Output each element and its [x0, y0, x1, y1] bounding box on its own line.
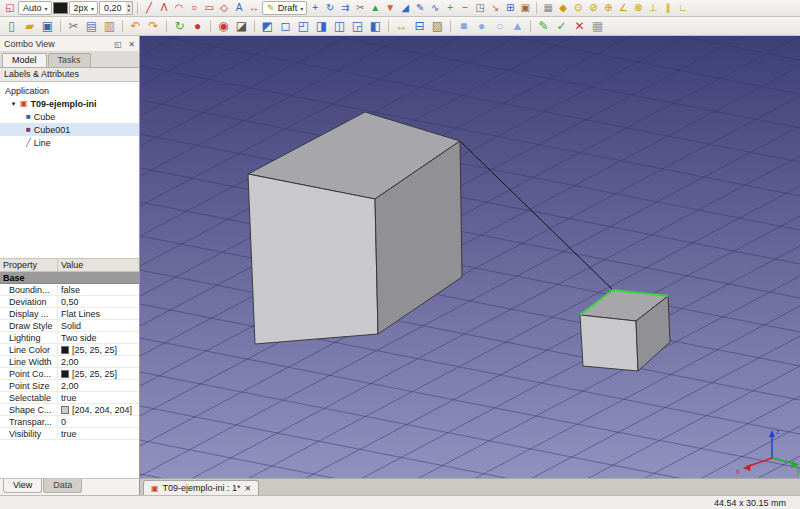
- property-row[interactable]: LightingTwo side: [0, 332, 139, 344]
- bottom-view-icon[interactable]: ◲: [349, 18, 366, 35]
- draft-trimex-icon[interactable]: ✂: [353, 1, 367, 15]
- draft-circle-icon[interactable]: ○: [187, 1, 201, 15]
- construction-mode-icon[interactable]: ◱: [3, 1, 17, 15]
- draft-move-icon[interactable]: +: [308, 1, 322, 15]
- copy-icon[interactable]: ▤: [83, 18, 100, 35]
- panel-close-button[interactable]: ✕: [128, 40, 135, 49]
- viewport-background[interactable]: [140, 36, 800, 478]
- 3d-viewport[interactable]: x y z: [140, 36, 800, 478]
- stop-icon[interactable]: ●: [189, 18, 206, 35]
- part-sphere-icon[interactable]: ○: [491, 18, 508, 35]
- draw-style-icon[interactable]: ◪: [233, 18, 250, 35]
- draft-wire-to-bspline-icon[interactable]: ∿: [428, 1, 442, 15]
- right-view-icon[interactable]: ◨: [313, 18, 330, 35]
- tab-data[interactable]: Data: [43, 479, 82, 493]
- property-row[interactable]: Visibilitytrue: [0, 428, 139, 440]
- axonometric-view-icon[interactable]: ◩: [259, 18, 276, 35]
- tab-model[interactable]: Model: [2, 53, 47, 67]
- draft-offset-icon[interactable]: ⇉: [338, 1, 352, 15]
- sketch-new-icon[interactable]: ✎: [535, 18, 552, 35]
- draft-clone-icon[interactable]: ▣: [518, 1, 532, 15]
- draft-polyline-icon[interactable]: Λ: [157, 1, 171, 15]
- draft-polygon-icon[interactable]: ◇: [217, 1, 231, 15]
- snap-endpoint-icon[interactable]: ⊙: [571, 1, 585, 15]
- cut-icon[interactable]: ✂: [65, 18, 82, 35]
- snap-center-icon[interactable]: ⊕: [601, 1, 615, 15]
- open-file-icon[interactable]: ▰: [21, 18, 38, 35]
- snap-intersection-icon[interactable]: ⊗: [631, 1, 645, 15]
- draft-shape2dview-icon[interactable]: ◳: [473, 1, 487, 15]
- small-cube-front-face[interactable]: [580, 315, 638, 371]
- draft-remove-point-icon[interactable]: −: [458, 1, 472, 15]
- snap-lock-icon[interactable]: ◆: [556, 1, 570, 15]
- draft-add-point-icon[interactable]: +: [443, 1, 457, 15]
- part-cone-icon[interactable]: ▲: [509, 18, 526, 35]
- property-row[interactable]: Transpar...0: [0, 416, 139, 428]
- working-plane-combo[interactable]: Auto▾: [18, 1, 52, 15]
- draft-downgrade-icon[interactable]: ▼: [383, 1, 397, 15]
- paste-icon[interactable]: ▥: [101, 18, 118, 35]
- draft-upgrade-icon[interactable]: ▲: [368, 1, 382, 15]
- tree-item-document[interactable]: ▾ ▣ T09-ejemplo-ini: [0, 97, 139, 110]
- draft-text-icon[interactable]: A: [232, 1, 246, 15]
- draft-rectangle-icon[interactable]: ▭: [202, 1, 216, 15]
- draft-array-icon[interactable]: ⊞: [503, 1, 517, 15]
- property-row[interactable]: Line Width2,00: [0, 356, 139, 368]
- fit-all-icon[interactable]: ◉: [215, 18, 232, 35]
- save-icon[interactable]: ▣: [39, 18, 56, 35]
- property-row[interactable]: Point Size2,00: [0, 380, 139, 392]
- property-row[interactable]: Shape C...[204, 204, 204]: [0, 404, 139, 416]
- refresh-icon[interactable]: ↻: [171, 18, 188, 35]
- tree-item-application[interactable]: Application: [0, 84, 139, 97]
- property-row[interactable]: Deviation0,50: [0, 296, 139, 308]
- tree-item-cube[interactable]: ■Cube: [0, 110, 139, 123]
- workbench-selector[interactable]: ✎Draft▾: [262, 1, 307, 15]
- clipping-plane-icon[interactable]: ⊟: [411, 18, 428, 35]
- scale-spinbox[interactable]: 0,20▴▾: [99, 1, 133, 15]
- tab-view[interactable]: View: [3, 479, 42, 493]
- tab-close-icon[interactable]: ✕: [245, 484, 252, 493]
- draft-line-icon[interactable]: ╱: [142, 1, 156, 15]
- tree-item-line[interactable]: ╱Line: [0, 136, 139, 149]
- front-view-icon[interactable]: ◻: [277, 18, 294, 35]
- line-width-combo[interactable]: 2px▾: [69, 1, 99, 15]
- sketch-validate-icon[interactable]: ✓: [553, 18, 570, 35]
- top-view-icon[interactable]: ◰: [295, 18, 312, 35]
- left-view-icon[interactable]: ◧: [367, 18, 384, 35]
- panel-float-button[interactable]: ◱: [114, 40, 122, 49]
- property-group-base[interactable]: Base: [0, 272, 139, 284]
- property-row[interactable]: Draw StyleSolid: [0, 320, 139, 332]
- line-color-button[interactable]: [53, 2, 68, 14]
- draft-edit-icon[interactable]: ✎: [413, 1, 427, 15]
- snap-angle-icon[interactable]: ∠: [616, 1, 630, 15]
- redo-icon[interactable]: ↷: [145, 18, 162, 35]
- property-row[interactable]: Line Color[25, 25, 25]: [0, 344, 139, 356]
- property-row[interactable]: Boundin...false: [0, 284, 139, 296]
- tree-item-cube001[interactable]: ■Cube001: [0, 123, 139, 136]
- spinner-arrows-icon[interactable]: ▴▾: [126, 2, 133, 14]
- snap-parallel-icon[interactable]: ∥: [661, 1, 675, 15]
- rear-view-icon[interactable]: ◫: [331, 18, 348, 35]
- large-cube-front-face[interactable]: [248, 174, 378, 344]
- draft-rotate-icon[interactable]: ↻: [323, 1, 337, 15]
- measure-distance-icon[interactable]: ↔: [393, 18, 410, 35]
- property-row[interactable]: Display ...Flat Lines: [0, 308, 139, 320]
- draft-to-sketch-icon[interactable]: ↘: [488, 1, 502, 15]
- snap-ortho-icon[interactable]: ∟: [676, 1, 690, 15]
- snap-perpendicular-icon[interactable]: ⊥: [646, 1, 660, 15]
- draft-arc-icon[interactable]: ◠: [172, 1, 186, 15]
- toggle-grid-icon[interactable]: ▦: [541, 1, 555, 15]
- texture-icon[interactable]: ▨: [429, 18, 446, 35]
- property-row[interactable]: Selectabletrue: [0, 392, 139, 404]
- new-file-icon[interactable]: ▯: [3, 18, 20, 35]
- panels-toggle-icon[interactable]: ▦: [589, 18, 606, 35]
- property-row[interactable]: Point Co...[25, 25, 25]: [0, 368, 139, 380]
- draft-scale-icon[interactable]: ◢: [398, 1, 412, 15]
- sketch-leave-icon[interactable]: ✕: [571, 18, 588, 35]
- part-box-icon[interactable]: ■: [455, 18, 472, 35]
- undo-icon[interactable]: ↶: [127, 18, 144, 35]
- expander-icon[interactable]: ▾: [10, 100, 17, 108]
- document-tab[interactable]: ▣ T09-ejemplo-ini : 1* ✕: [143, 480, 259, 495]
- part-cylinder-icon[interactable]: ●: [473, 18, 490, 35]
- snap-midpoint-icon[interactable]: ⊘: [586, 1, 600, 15]
